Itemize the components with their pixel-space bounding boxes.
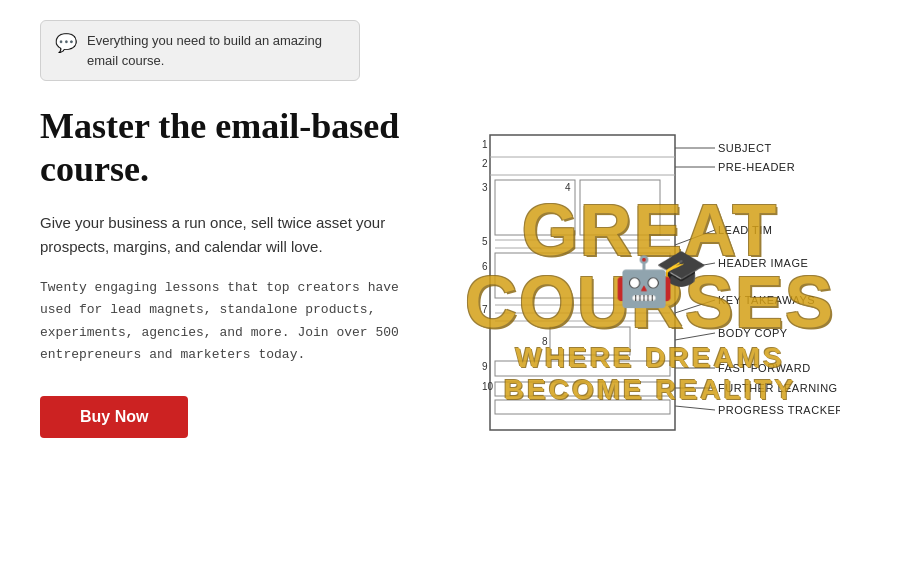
- svg-line-35: [675, 333, 715, 340]
- svg-rect-4: [580, 180, 660, 235]
- tooltip-banner: 💬 Everything you need to build an amazin…: [40, 20, 360, 81]
- svg-text:4: 4: [565, 182, 571, 193]
- svg-line-29: [675, 230, 715, 245]
- main-heading: Master the email-based course.: [40, 105, 420, 191]
- svg-line-41: [675, 406, 715, 410]
- buy-now-button[interactable]: Buy Now: [40, 396, 188, 438]
- svg-text:7: 7: [482, 304, 488, 315]
- svg-text:1: 1: [482, 139, 488, 150]
- svg-rect-13: [495, 382, 670, 396]
- svg-text:LEAD TIM: LEAD TIM: [718, 224, 773, 236]
- svg-text:PROGRESS TRACKER: PROGRESS TRACKER: [718, 404, 840, 416]
- svg-text:PRE-HEADER: PRE-HEADER: [718, 161, 795, 173]
- tooltip-icon: 💬: [55, 32, 77, 54]
- svg-text:SUBJECT: SUBJECT: [718, 142, 772, 154]
- main-content: Master the email-based course. Give your…: [40, 105, 863, 455]
- description-text: Give your business a run once, sell twic…: [40, 211, 420, 259]
- svg-text:8: 8: [542, 336, 548, 347]
- svg-text:10: 10: [482, 381, 494, 392]
- left-column: Master the email-based course. Give your…: [40, 105, 420, 438]
- svg-text:9: 9: [482, 361, 488, 372]
- svg-text:2: 2: [482, 158, 488, 169]
- svg-text:BODY COPY: BODY COPY: [718, 327, 788, 339]
- description-secondary: Twenty engaging lessons that top creator…: [40, 277, 420, 365]
- page-wrapper: 💬 Everything you need to build an amazin…: [0, 0, 903, 564]
- svg-rect-14: [495, 400, 670, 414]
- svg-text:5: 5: [482, 236, 488, 247]
- svg-text:FURTHER LEARNING: FURTHER LEARNING: [718, 382, 838, 394]
- right-column: 1 2 3 4 5 6 7 8 9 10 SUBJECT PRE-: [460, 105, 863, 455]
- svg-text:KEY TAKEAWAYS: KEY TAKEAWAYS: [718, 294, 815, 306]
- svg-line-33: [675, 300, 715, 313]
- email-diagram-svg: 1 2 3 4 5 6 7 8 9 10 SUBJECT PRE-: [460, 115, 840, 455]
- svg-text:HEADER IMAGE: HEADER IMAGE: [718, 257, 808, 269]
- svg-text:3: 3: [482, 182, 488, 193]
- tooltip-text: Everything you need to build an amazing …: [87, 31, 345, 70]
- diagram-area: 1 2 3 4 5 6 7 8 9 10 SUBJECT PRE-: [460, 115, 840, 455]
- svg-rect-3: [495, 180, 575, 235]
- svg-rect-7: [495, 253, 670, 298]
- svg-rect-11: [550, 327, 630, 355]
- svg-text:FAST FORWARD: FAST FORWARD: [718, 362, 811, 374]
- svg-text:6: 6: [482, 261, 488, 272]
- svg-rect-12: [495, 361, 670, 376]
- svg-line-31: [675, 263, 715, 270]
